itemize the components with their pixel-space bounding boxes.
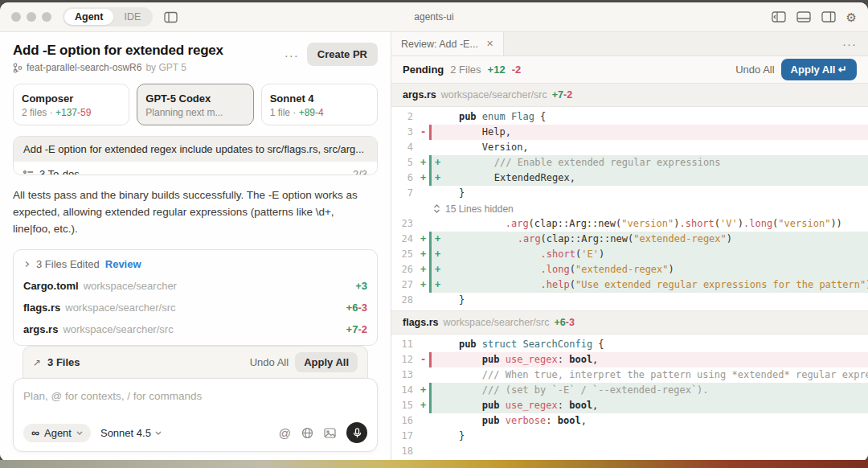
review-undo-all-button[interactable]: Undo All: [735, 64, 774, 76]
minimize-window-button[interactable]: [27, 12, 36, 22]
diff-marker: [417, 186, 429, 201]
code-text: pub use_regex: bool,: [432, 352, 868, 367]
line-body: .arg(clap::Arg::new("version").short('V'…: [429, 216, 868, 232]
diff-marker: [417, 337, 429, 352]
line-body: pub struct SearchConfig {: [429, 337, 868, 352]
line-body: pub enum Flag {: [429, 109, 868, 125]
diff-file-header[interactable]: flags.rsworkspace/searcher/src+6-3: [391, 311, 868, 335]
files-bar-count: 3 Files: [47, 356, 80, 368]
code-text: ExtendedRegex,: [444, 170, 868, 186]
line-body: pub use_regex: bool,: [429, 398, 868, 413]
agent-mode-dropdown[interactable]: ∞ Agent: [23, 424, 91, 442]
branch-name: feat-parallel-search-oswR6: [27, 62, 141, 73]
code-text: [432, 444, 868, 459]
line-number: 6: [391, 170, 417, 186]
microphone-button[interactable]: [346, 422, 367, 443]
diff-line: 15+ pub use_regex: bool,: [391, 398, 868, 413]
agent-panel: Add -E option for extended regex feat-pa…: [0, 32, 391, 462]
diff-line: 14+ /// (set by `-E` / `--extended-regex…: [391, 383, 868, 398]
review-panel: Review: Add -E... ✕ ··· Pending 2 Files …: [391, 32, 868, 462]
globe-icon[interactable]: [301, 427, 313, 439]
tab-ide[interactable]: IDE: [113, 9, 151, 25]
diff-marker: [417, 293, 429, 308]
collapse-left-panel-icon[interactable]: [772, 11, 786, 23]
agent-card[interactable]: Sonnet 41 file · +89-4: [261, 84, 378, 125]
hidden-lines-label: 15 Lines hidden: [445, 203, 514, 215]
image-icon[interactable]: [324, 428, 336, 438]
diff-line: 18: [391, 444, 868, 459]
line-number: 25: [391, 247, 417, 262]
maximize-window-button[interactable]: [42, 12, 51, 22]
diff-line: 11 pub struct SearchConfig {: [391, 337, 868, 352]
panel-right-icon[interactable]: [821, 11, 836, 23]
file-row[interactable]: args.rsworkspace/searcher/src+7-2: [14, 318, 377, 340]
chevron-right-icon[interactable]: [23, 261, 31, 268]
at-mention-icon[interactable]: @: [279, 427, 291, 439]
task-title: Add -E option for extended regex include…: [14, 137, 377, 162]
gear-icon[interactable]: ⚙: [846, 11, 857, 23]
tabbar-more-options-icon[interactable]: ···: [831, 32, 868, 55]
code-text: .short('E'): [444, 247, 868, 262]
agent-card-stats: Planning next m...: [145, 107, 244, 118]
file-name: args.rs: [23, 323, 58, 335]
line-number: 2: [391, 109, 417, 125]
diff-file-path: workspace/searcher/src: [441, 89, 547, 101]
code-text: /// (set by `-E` / `--extended-regex`).: [432, 383, 868, 398]
diff-marker: [417, 429, 429, 444]
task-box[interactable]: Add -E option for extended regex include…: [13, 136, 378, 175]
model-dropdown[interactable]: Sonnet 4.5: [100, 427, 162, 439]
review-link[interactable]: Review: [105, 258, 141, 270]
infinity-icon: ∞: [31, 427, 39, 438]
diff-line: 13 /// When true, interpret the pattern …: [391, 367, 868, 383]
diff-view[interactable]: args.rsworkspace/searcher/src+7-22 pub e…: [391, 84, 868, 462]
code-text: .long("extended-regex"): [444, 262, 868, 277]
undo-all-button[interactable]: Undo All: [250, 356, 289, 368]
agent-card-title: Composer: [22, 92, 73, 105]
close-tab-icon[interactable]: ✕: [486, 39, 493, 49]
prompt-input[interactable]: [23, 390, 367, 402]
sidebar-toggle-icon[interactable]: [164, 11, 178, 23]
agent-card-stats: 2 files · +137-59: [22, 107, 121, 118]
hidden-lines-row[interactable]: 15 Lines hidden: [391, 201, 868, 216]
tab-agent[interactable]: Agent: [64, 9, 113, 25]
panel-bottom-icon[interactable]: [796, 11, 811, 23]
more-options-icon[interactable]: ···: [285, 43, 299, 61]
create-pr-button[interactable]: Create PR: [307, 43, 378, 66]
tab-review[interactable]: Review: Add -E... ✕: [391, 32, 504, 55]
diff-line: 16 pub verbose: bool,: [391, 413, 868, 429]
diff-file-stats: +7-2: [552, 89, 572, 101]
review-apply-all-button[interactable]: Apply All ↵: [781, 59, 857, 80]
line-number: 14: [391, 383, 417, 398]
close-window-button[interactable]: [11, 12, 21, 22]
line-number: 23: [391, 216, 417, 232]
apply-all-button[interactable]: Apply All: [295, 352, 358, 372]
arrow-up-right-icon: ↗: [33, 357, 41, 368]
line-body: + .help("Use extended regular expression…: [429, 277, 868, 293]
diff-marker: +: [417, 155, 429, 170]
diff-line: 28 }: [391, 293, 868, 308]
diff-file-header[interactable]: args.rsworkspace/searcher/src+7-2: [391, 84, 868, 107]
agent-card[interactable]: Composer2 files · +137-59: [13, 84, 129, 125]
line-body: pub verbose: bool,: [429, 413, 868, 429]
code-text: .help("Use extended regular expressions …: [444, 277, 868, 293]
diff-marker: [417, 413, 429, 429]
line-number: 27: [391, 277, 417, 293]
window-titlebar: agents-ui Agent IDE ⚙: [0, 2, 868, 32]
agent-card[interactable]: GPT-5 CodexPlanning next m...: [137, 84, 253, 125]
line-number: 16: [391, 413, 417, 429]
diff-file-stats: +6-3: [554, 317, 574, 328]
diff-code-block: 11 pub struct SearchConfig {12- pub use_…: [391, 335, 868, 462]
agent-card-stats: 1 file · +89-4: [270, 107, 369, 118]
diff-line: 27++ .help("Use extended regular express…: [391, 277, 868, 293]
diff-marker: +: [417, 277, 429, 293]
line-number: 18: [391, 444, 417, 459]
line-number: 24: [391, 232, 417, 247]
line-number: 26: [391, 262, 417, 277]
line-body: }: [429, 293, 868, 308]
code-text: }: [432, 429, 868, 444]
pending-files-bar: ↗ 3 Files Undo All Apply All: [23, 346, 368, 378]
diff-line: 24++ .arg(clap::Arg::new("extended-regex…: [391, 232, 868, 247]
file-row[interactable]: Cargo.tomlworkspace/searcher+3: [14, 275, 377, 297]
file-row[interactable]: flags.rsworkspace/searcher/src+6-3: [14, 297, 377, 318]
code-text: pub use_regex: bool,: [432, 398, 868, 413]
